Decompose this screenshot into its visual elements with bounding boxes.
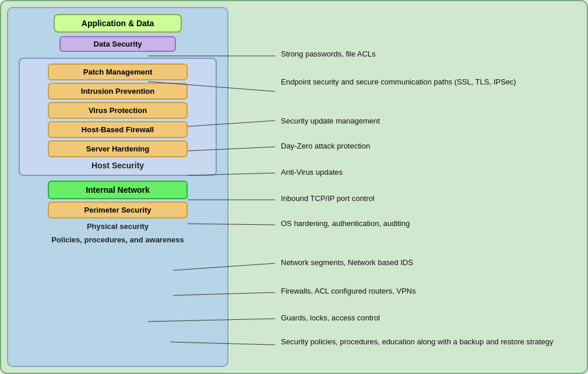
annotation-server-hardening: OS hardening, authentication, auditing bbox=[281, 218, 410, 229]
virus-protection-label: Virus Protection bbox=[89, 106, 147, 115]
annotation-physical-security: Guards, locks, access control bbox=[281, 313, 380, 323]
policies-label: Policies, procedures, and awareness bbox=[51, 235, 184, 244]
annotation-virus-protection: Anti-Virus updates bbox=[281, 167, 343, 178]
application-data-box: Application & Data bbox=[54, 14, 182, 33]
annotations-column: Strong passwords, file ACLs Endpoint sec… bbox=[269, 7, 588, 367]
annotation-perimeter-security: Firewalls, ACL configured routers, VPNs bbox=[281, 286, 416, 297]
virus-protection-box: Virus Protection bbox=[48, 102, 188, 119]
intrusion-prevention-label: Intrusion Prevention bbox=[81, 87, 154, 96]
data-security-label: Data Security bbox=[93, 40, 142, 48]
host-security-label: Host Security bbox=[91, 161, 144, 170]
host-based-firewall-box: Host-Based Firewall bbox=[48, 121, 188, 138]
annotation-host-firewall: Inbound TCP/IP port control bbox=[281, 193, 375, 204]
annotation-data-security: Endpoint security and secure communicati… bbox=[281, 77, 516, 87]
main-container: Application & Data Data Security Patch M… bbox=[0, 0, 588, 374]
patch-management-box: Patch Management bbox=[48, 63, 188, 80]
perimeter-security-box: Perimeter Security bbox=[48, 202, 188, 218]
perimeter-security-label: Perimeter Security bbox=[84, 206, 152, 214]
data-security-box: Data Security bbox=[59, 36, 176, 52]
host-based-firewall-label: Host-Based Firewall bbox=[82, 125, 154, 134]
internal-network-label: Internal Network bbox=[86, 185, 150, 195]
internal-network-box: Internal Network bbox=[48, 181, 188, 199]
server-hardening-box: Server Hardening bbox=[48, 140, 188, 157]
intrusion-prevention-box: Intrusion Prevention bbox=[48, 83, 188, 100]
annotation-patch-management: Security update management bbox=[281, 116, 380, 126]
annotation-policies: Security policies, procedures, education… bbox=[281, 337, 554, 347]
left-panel: Application & Data Data Security Patch M… bbox=[7, 7, 228, 367]
diagram-wrapper: Application & Data Data Security Patch M… bbox=[7, 7, 575, 367]
annotation-application-data: Strong passwords, file ACLs bbox=[281, 49, 376, 59]
host-security-outer: Patch Management Intrusion Prevention Vi… bbox=[19, 58, 217, 176]
physical-security-label: Physical security bbox=[87, 222, 149, 231]
application-data-label: Application & Data bbox=[82, 19, 154, 28]
server-hardening-label: Server Hardening bbox=[86, 144, 149, 153]
annotation-internal-network: Network segments, Network based IDS bbox=[281, 257, 413, 268]
annotation-intrusion-prevention: Day-Zero attack protection bbox=[281, 141, 370, 151]
patch-management-label: Patch Management bbox=[83, 68, 152, 76]
